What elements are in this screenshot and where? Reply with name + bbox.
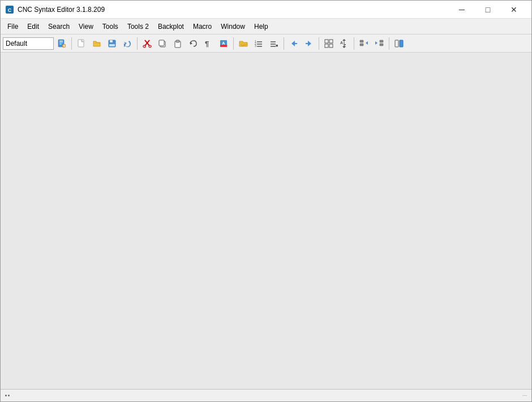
toolbar-folder-button[interactable] [236, 36, 251, 51]
editor-area[interactable] [1, 53, 531, 389]
menu-view[interactable]: View [74, 20, 98, 33]
titlebar: C CNC Syntax Editor 3.1.8.209 ─ □ ✕ [1, 1, 531, 19]
minimize-button[interactable]: ─ [449, 1, 475, 19]
menubar: File Edit Search View Tools Tools 2 Back… [1, 19, 531, 34]
svg-rect-5 [59, 44, 62, 44]
toolbar-forward-button[interactable] [302, 36, 316, 51]
separator-6 [354, 37, 354, 50]
toolbar-open-button[interactable] [89, 36, 104, 51]
menu-backplot[interactable]: Backplot [153, 20, 188, 33]
svg-rect-56 [400, 40, 403, 47]
toolbar-cut-button[interactable] [140, 36, 155, 51]
titlebar-buttons: ─ □ ✕ [449, 1, 527, 19]
menu-tools2[interactable]: Tools 2 [123, 20, 153, 33]
svg-rect-42 [325, 44, 328, 47]
separator-7 [389, 37, 389, 50]
svg-point-15 [143, 45, 145, 47]
svg-rect-8 [78, 40, 84, 47]
toolbar-settings-button[interactable]: ⚙ [54, 36, 69, 51]
svg-rect-10 [110, 40, 113, 42]
svg-text:A: A [340, 41, 343, 45]
separator-5 [319, 37, 319, 50]
toolbar: Default ⚙ [1, 34, 531, 53]
separator-3 [233, 37, 234, 50]
svg-marker-51 [366, 41, 368, 45]
menu-file[interactable]: File [3, 20, 23, 33]
toolbar-new-button[interactable] [74, 36, 89, 51]
svg-text:¶: ¶ [205, 40, 209, 48]
svg-rect-40 [325, 40, 328, 43]
svg-rect-50 [360, 44, 363, 46]
menu-window[interactable]: Window [216, 20, 250, 33]
toolbar-prev-occurrence-button[interactable] [357, 36, 371, 51]
statusbar-right: ··· [522, 392, 527, 399]
svg-text:A: A [222, 41, 225, 46]
svg-marker-54 [375, 41, 377, 45]
svg-rect-55 [395, 40, 398, 47]
separator-2 [137, 37, 138, 50]
window-title: CNC Syntax Editor 3.1.8.209 [18, 6, 105, 14]
svg-marker-47 [342, 39, 346, 41]
toolbar-list-end-button[interactable]: ■ [267, 36, 281, 51]
toolbar-back-button[interactable] [286, 36, 301, 51]
toolbar-paste-button[interactable] [170, 36, 185, 51]
svg-rect-41 [329, 40, 333, 43]
status-dot-2 [8, 395, 10, 396]
toolbar-split-button[interactable] [392, 36, 406, 51]
svg-text:■: ■ [276, 44, 278, 47]
menu-edit[interactable]: Edit [23, 20, 44, 33]
app-icon: C [5, 5, 14, 14]
toolbar-undo-button[interactable] [186, 36, 200, 51]
toolbar-list-button[interactable]: 1 2 3 [251, 36, 266, 51]
menu-search[interactable]: Search [44, 20, 74, 33]
toolbar-next-occurrence-button[interactable] [372, 36, 387, 51]
toolbar-sort-button[interactable]: A Z [337, 36, 351, 51]
menu-macro[interactable]: Macro [188, 20, 216, 33]
toolbar-reload-button[interactable] [120, 36, 135, 51]
toolbar-copy-button[interactable] [155, 36, 170, 51]
separator-4 [284, 37, 284, 50]
titlebar-left: C CNC Syntax Editor 3.1.8.209 [5, 5, 105, 14]
status-dot-1 [5, 395, 7, 396]
statusbar-left [5, 395, 10, 396]
toolbar-paragraph-button[interactable]: ¶ [201, 36, 216, 51]
svg-rect-3 [59, 41, 63, 42]
svg-rect-37 [294, 43, 297, 44]
menu-help[interactable]: Help [250, 20, 273, 33]
svg-rect-4 [59, 42, 63, 43]
svg-rect-52 [380, 40, 383, 42]
toolbar-format-button[interactable]: A [216, 36, 231, 51]
svg-rect-11 [109, 44, 115, 46]
menu-tools[interactable]: Tools [98, 20, 123, 33]
svg-point-16 [149, 45, 151, 47]
svg-rect-43 [329, 44, 333, 47]
syntax-dropdown[interactable]: Default [3, 37, 54, 50]
statusbar: ··· [1, 389, 531, 401]
svg-rect-39 [306, 43, 308, 44]
svg-rect-53 [380, 44, 383, 46]
separator-1 [71, 37, 72, 50]
svg-rect-20 [176, 40, 179, 42]
maximize-button[interactable]: □ [475, 1, 501, 19]
svg-text:C: C [8, 7, 12, 13]
toolbar-grid-button[interactable] [321, 36, 336, 51]
svg-text:3: 3 [255, 44, 256, 47]
svg-rect-18 [159, 40, 164, 46]
svg-marker-21 [190, 42, 192, 45]
toolbar-save-button[interactable] [105, 36, 119, 51]
svg-rect-49 [360, 40, 363, 42]
close-button[interactable]: ✕ [501, 1, 527, 19]
